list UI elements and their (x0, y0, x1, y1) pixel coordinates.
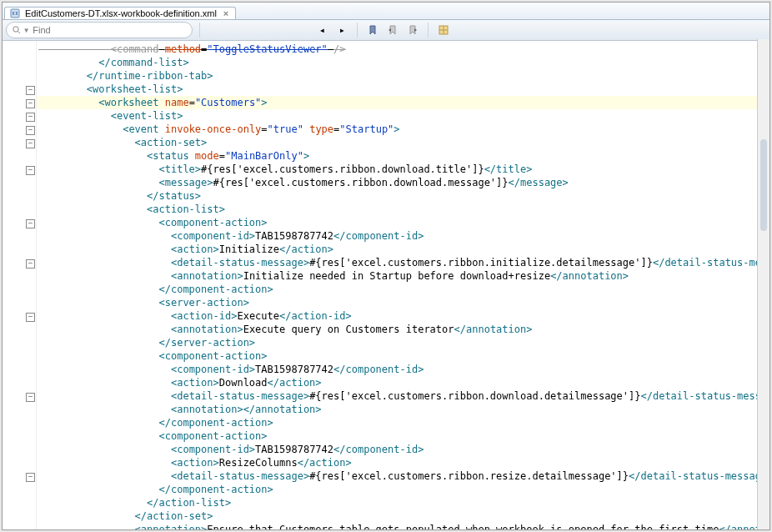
fold-toggle[interactable]: − (26, 86, 35, 95)
code-line[interactable]: <component-id>TAB1598787742</component-i… (37, 229, 769, 243)
fold-toggle[interactable]: − (26, 219, 35, 228)
code-line[interactable]: </action-set> (37, 509, 769, 523)
code-line[interactable]: <action-set> (37, 136, 769, 149)
find-box[interactable]: ▾ (6, 22, 193, 38)
bookmark-icon (367, 24, 378, 36)
fold-toggle[interactable]: − (26, 139, 35, 148)
fold-toggle[interactable]: − (26, 473, 35, 482)
code-line[interactable]: <detail-status-message>#{res['excel.cust… (37, 256, 769, 269)
code-line[interactable]: <annotation>Execute query on Customers i… (37, 323, 769, 336)
grid-icon (438, 24, 449, 36)
code-line[interactable]: <message>#{res['excel.customers.ribbon.d… (37, 176, 769, 189)
code-line[interactable]: <detail-status-message>#{res['excel.cust… (37, 389, 769, 403)
grid-button[interactable] (435, 22, 452, 38)
code-line[interactable]: <detail-status-message>#{res['excel.cust… (37, 469, 769, 483)
xml-file-icon (10, 8, 20, 18)
code-line[interactable]: </status> (37, 189, 769, 203)
code-line[interactable]: </server-action> (37, 336, 769, 349)
file-tab[interactable]: EditCustomers-DT.xlsx-workbook-definitio… (4, 7, 236, 19)
next-bookmark-button[interactable] (404, 22, 421, 38)
code-line[interactable]: <action>ResizeColumns</action> (37, 456, 769, 469)
code-line[interactable]: <action-id>Execute</action-id> (37, 309, 769, 323)
code-line[interactable]: </component-action> (37, 283, 769, 296)
code-line[interactable]: </action-list> (37, 496, 769, 509)
editor-frame: EditCustomers-DT.xlsx-workbook-definitio… (2, 2, 770, 530)
code-line[interactable]: <title>#{res['excel.customers.ribbon.dow… (37, 163, 769, 176)
fold-toggle[interactable]: − (26, 259, 35, 269)
code-lines[interactable]: <command method="ToggleStatusViewer" /> … (37, 41, 769, 530)
dropdown-icon[interactable]: ▾ (23, 24, 29, 36)
code-editor[interactable]: −−−−−−−−−−− <command method="ToggleStatu… (3, 41, 769, 530)
search-icon (12, 25, 22, 35)
code-line[interactable]: <command method="ToggleStatusViewer" /> (37, 43, 769, 56)
fold-toggle[interactable]: − (26, 393, 35, 402)
fold-toggle[interactable]: − (26, 113, 35, 122)
code-line[interactable]: <event invoke-once-only="true" type="Sta… (37, 123, 769, 136)
tab-title: EditCustomers-DT.xlsx-workbook-definitio… (25, 8, 217, 18)
fold-toggle[interactable]: − (26, 99, 35, 108)
fold-toggle[interactable]: − (26, 126, 35, 135)
code-line[interactable]: </runtime-ribbon-tab> (37, 69, 769, 83)
code-line[interactable]: <annotation>Initialize needed in Startup… (37, 269, 769, 283)
find-input[interactable] (31, 24, 187, 36)
code-line[interactable]: <component-action> (37, 429, 769, 443)
svg-rect-0 (11, 9, 19, 18)
tab-bar: EditCustomers-DT.xlsx-workbook-definitio… (3, 3, 769, 20)
code-line[interactable]: <action>Initialize</action> (37, 243, 769, 256)
code-line[interactable]: <worksheet-list> (37, 83, 769, 96)
code-line[interactable]: <action-list> (37, 203, 769, 216)
separator (357, 23, 358, 38)
svg-point-1 (13, 27, 18, 32)
fold-gutter[interactable]: −−−−−−−−−−− (3, 41, 37, 530)
overview-ruler[interactable] (757, 39, 769, 529)
code-line[interactable]: <server-action> (37, 296, 769, 309)
flag-left-icon (387, 24, 399, 36)
code-line[interactable]: <annotation>Ensure that Customers table … (37, 523, 769, 530)
prev-bookmark-button[interactable] (384, 22, 401, 38)
fold-toggle[interactable]: − (26, 313, 35, 322)
code-line[interactable]: <worksheet name="Customers"> (37, 96, 769, 109)
code-line[interactable]: <action>Download</action> (37, 376, 769, 389)
code-line[interactable]: <component-action> (37, 216, 769, 229)
nav-next-button[interactable]: ▸ (333, 22, 350, 38)
separator (428, 23, 429, 38)
scrollbar-thumb[interactable] (760, 139, 767, 231)
fold-toggle[interactable]: − (26, 166, 35, 175)
code-line[interactable]: <event-list> (37, 109, 769, 123)
nav-prev-button[interactable]: ◂ (313, 22, 330, 38)
flag-right-icon (407, 24, 419, 36)
svg-line-2 (18, 32, 21, 34)
code-line[interactable]: </component-action> (37, 416, 769, 429)
code-line[interactable]: <status mode="MainBarOnly"> (37, 149, 769, 163)
close-tab-icon[interactable]: × (222, 8, 230, 18)
separator (199, 23, 200, 38)
bookmark-button[interactable] (364, 22, 381, 38)
code-line[interactable]: </command-list> (37, 56, 769, 69)
code-line[interactable]: <component-id>TAB1598787742</component-i… (37, 443, 769, 456)
toolbar: ▾ ◂ ▸ (3, 20, 769, 41)
code-line[interactable]: </component-action> (37, 483, 769, 496)
code-line[interactable]: <component-id>TAB1598787742</component-i… (37, 363, 769, 376)
code-line[interactable]: <component-action> (37, 349, 769, 363)
code-line[interactable]: <annotation></annotation> (37, 403, 769, 416)
arrow-right-icon: ▸ (339, 24, 345, 36)
arrow-left-icon: ◂ (319, 24, 325, 36)
